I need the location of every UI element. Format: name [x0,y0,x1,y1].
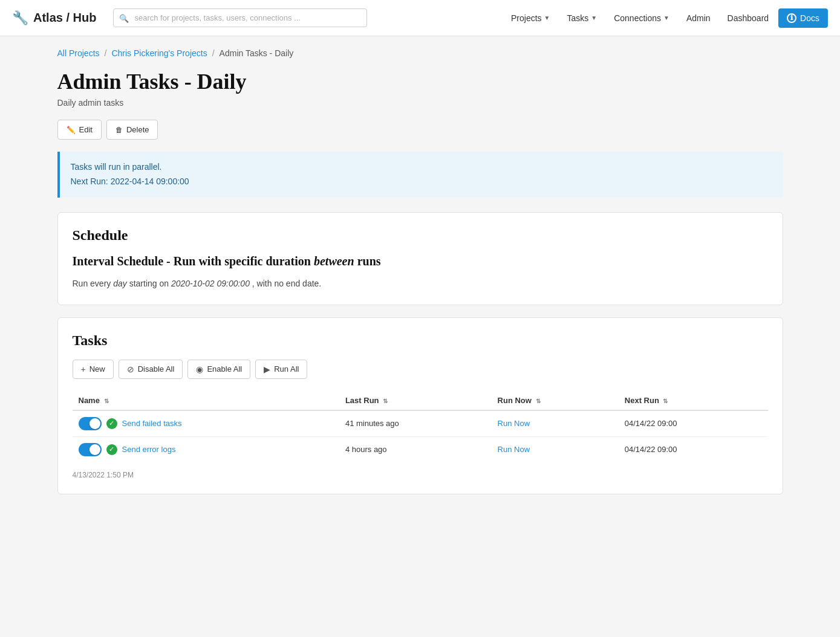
breadcrumb: All Projects / Chris Pickering's Project… [57,48,783,58]
task-next-run-1: 04/14/22 09:00 [619,436,768,462]
main-content: All Projects / Chris Pickering's Project… [39,36,801,519]
col-header-run-now[interactable]: Run Now ⇅ [492,391,619,410]
action-buttons: ✏️ Edit 🗑 Delete [57,120,783,140]
schedule-card: Schedule Interval Schedule - Run with sp… [57,212,783,305]
task-name-link-1[interactable]: Send error logs [122,445,176,454]
brand-text: Atlas / Hub [33,11,96,25]
task-next-run-0: 04/14/22 09:00 [619,410,768,437]
info-box: Tasks will run in parallel. Next Run: 20… [57,152,783,198]
plus-icon: + [81,364,86,374]
sort-arrows-last-run: ⇅ [383,398,388,404]
schedule-section-title: Schedule [73,227,768,244]
task-run-now-cell-0: Run Now [492,410,619,437]
task-name-link-0[interactable]: Send failed tasks [122,419,182,428]
breadcrumb-user-projects[interactable]: Chris Pickering's Projects [111,48,207,58]
search-input[interactable] [113,8,367,27]
col-header-next-run[interactable]: Next Run ⇅ [619,391,768,410]
col-header-last-run[interactable]: Last Run ⇅ [339,391,492,410]
info-line-1: Tasks will run in parallel. [71,160,772,175]
search-box: 🔍 [113,8,367,27]
nav-item-admin[interactable]: Admin [679,8,718,28]
brand-logo[interactable]: 🔧 Atlas / Hub [12,10,96,26]
navbar: 🔧 Atlas / Hub 🔍 Projects ▼ Tasks ▼ Conne… [0,0,840,36]
edit-button[interactable]: ✏️ Edit [57,120,102,140]
table-row: ✓ Send failed tasks 41 minutes ago Run N… [73,410,768,437]
breadcrumb-all-projects[interactable]: All Projects [57,48,100,58]
disable-icon: ⊘ [127,364,134,374]
sort-arrows-next-run: ⇅ [663,398,668,404]
task-buttons: + New ⊘ Disable All ◉ Enable All ▶ Run A… [73,360,768,379]
docs-button[interactable]: ℹ Docs [778,8,828,28]
breadcrumb-sep-1: / [105,48,107,58]
run-now-link-0[interactable]: Run Now [498,419,530,428]
task-name-cell: ✓ Send error logs [73,436,339,462]
play-icon: ▶ [264,364,270,374]
task-toggle-1[interactable] [79,443,102,456]
chevron-down-icon: ▼ [544,15,550,21]
chevron-down-icon: ▼ [591,15,597,21]
task-toggle-0[interactable] [79,417,102,430]
nav-item-dashboard[interactable]: Dashboard [720,8,777,28]
tasks-card: Tasks + New ⊘ Disable All ◉ Enable All ▶… [57,317,783,494]
nav-item-connections[interactable]: Connections ▼ [607,8,677,28]
info-line-2: Next Run: 2022-04-14 09:00:00 [71,175,772,189]
enable-all-button[interactable]: ◉ Enable All [187,360,250,379]
task-run-now-cell-1: Run Now [492,436,619,462]
task-last-run-1: 4 hours ago [339,436,492,462]
tasks-section-title: Tasks [73,332,768,349]
delete-button[interactable]: 🗑 Delete [106,120,158,140]
sort-arrows-name: ⇅ [104,398,109,404]
info-icon: ℹ [787,13,796,23]
task-name-cell: ✓ Send failed tasks [73,410,339,437]
breadcrumb-sep-2: / [212,48,215,58]
nav-item-tasks[interactable]: Tasks ▼ [559,8,604,28]
nav-links: Projects ▼ Tasks ▼ Connections ▼ Admin D… [504,8,828,28]
task-table: Name ⇅ Last Run ⇅ Run Now ⇅ Next Run ⇅ [73,391,768,462]
new-task-button[interactable]: + New [73,360,114,379]
col-header-name[interactable]: Name ⇅ [73,391,339,410]
schedule-heading: Interval Schedule - Run with specific du… [73,254,768,268]
disable-all-button[interactable]: ⊘ Disable All [119,360,183,379]
status-check-icon-0: ✓ [106,418,117,429]
trash-icon: 🗑 [116,126,123,134]
page-subtitle: Daily admin tasks [57,98,783,108]
schedule-description: Run every day starting on 2020-10-02 09:… [73,277,768,290]
table-row: ✓ Send error logs 4 hours ago Run Now 04… [73,436,768,462]
run-all-button[interactable]: ▶ Run All [255,360,307,379]
breadcrumb-current: Admin Tasks - Daily [220,48,294,58]
sort-arrows-run-now: ⇅ [536,398,541,404]
status-check-icon-1: ✓ [106,444,117,455]
task-last-run-0: 41 minutes ago [339,410,492,437]
wrench-icon: 🔧 [12,10,28,26]
search-icon: 🔍 [119,13,129,22]
edit-icon: ✏️ [67,126,76,134]
enable-icon: ◉ [196,364,203,374]
run-now-link-1[interactable]: Run Now [498,445,530,454]
chevron-down-icon: ▼ [663,15,669,21]
nav-item-projects[interactable]: Projects ▼ [504,8,557,28]
task-footer-date: 4/13/2022 1:50 PM [73,471,768,479]
page-title: Admin Tasks - Daily [57,69,783,94]
